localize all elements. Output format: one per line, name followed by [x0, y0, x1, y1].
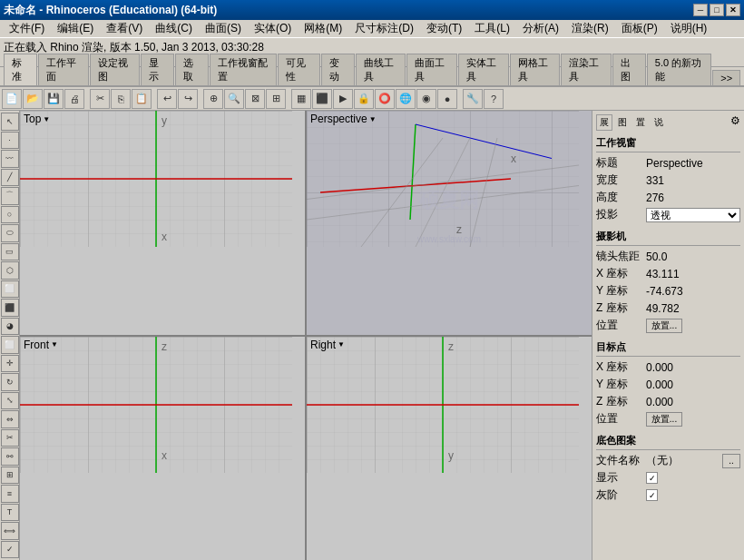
lt-polygon[interactable]: ⬡ — [1, 261, 19, 280]
lt-rect[interactable]: ▭ — [1, 243, 19, 261]
tab-solidtools[interactable]: 实体工具 — [458, 54, 509, 85]
menu-tools[interactable]: 工具(L) — [469, 19, 515, 38]
menu-solid[interactable]: 实体(O) — [249, 19, 297, 38]
lt-mirror[interactable]: ⇔ — [1, 410, 19, 428]
tool-print[interactable]: 🖨 — [64, 89, 84, 109]
menu-help[interactable]: 说明(H) — [665, 19, 713, 38]
lt-check[interactable]: ✓ — [1, 541, 19, 559]
tool-copy[interactable]: ⎘ — [111, 89, 131, 109]
tool-b1[interactable]: ⊕ — [203, 89, 223, 109]
menu-surface[interactable]: 曲面(S) — [200, 19, 247, 38]
tab-transform[interactable]: 变动 — [321, 54, 355, 85]
tab-print[interactable]: 出图 — [612, 54, 646, 85]
lt-point[interactable]: · — [1, 132, 19, 150]
tab-viewconfig[interactable]: 工作视窗配置 — [210, 54, 278, 85]
panel-tab-settings[interactable]: 置 — [632, 114, 649, 131]
lt-ellipse[interactable]: ⬭ — [1, 224, 19, 242]
menu-dim[interactable]: 尺寸标注(D) — [349, 19, 419, 38]
menu-file[interactable]: 文件(F) — [4, 19, 50, 38]
lt-join[interactable]: ⚯ — [1, 447, 19, 466]
target-row-pos: 位置 放置... — [596, 411, 740, 427]
tool-redo[interactable]: ↪ — [178, 89, 198, 109]
close-button[interactable]: ✕ — [726, 4, 740, 16]
menu-curve[interactable]: 曲线(C) — [150, 19, 198, 38]
tool-b5[interactable]: ▦ — [291, 89, 311, 109]
target-place-button[interactable]: 放置... — [646, 412, 682, 427]
tab-visibility[interactable]: 可见性 — [278, 54, 319, 85]
viewport-perspective[interactable]: Perspective ▼ — [307, 111, 592, 335]
panel-tab-info[interactable]: 说 — [651, 114, 667, 131]
tool-undo[interactable]: ↩ — [157, 89, 177, 109]
lt-surface[interactable]: ⬜ — [1, 280, 19, 299]
tab-workplane[interactable]: 工作平面 — [38, 54, 89, 85]
tool-b13[interactable]: 🔧 — [463, 89, 483, 109]
tool-open[interactable]: 📂 — [23, 89, 43, 109]
lt-circle[interactable]: ○ — [1, 206, 19, 224]
panel-tab-expand[interactable]: 展 — [596, 114, 612, 131]
tool-b12[interactable]: ● — [437, 89, 457, 109]
bg-browse-button[interactable]: .. — [722, 454, 740, 468]
tool-b14[interactable]: ? — [484, 89, 504, 109]
camera-place-button[interactable]: 放置... — [646, 319, 682, 333]
lt-sphere[interactable]: ◕ — [1, 318, 19, 336]
tool-new[interactable]: 📄 — [2, 89, 22, 109]
tool-b9[interactable]: ⭕ — [375, 89, 395, 109]
lt-rotate[interactable]: ↻ — [1, 373, 19, 391]
tool-b6[interactable]: ⬛ — [312, 89, 332, 109]
menu-mesh[interactable]: 网格(M) — [299, 19, 348, 38]
tab-setview[interactable]: 设定视图 — [90, 54, 141, 85]
lt-scale[interactable]: ⤡ — [1, 392, 19, 410]
lt-curve[interactable]: 〰 — [1, 150, 19, 168]
menu-edit[interactable]: 编辑(E) — [52, 19, 99, 38]
panel-gear-icon[interactable]: ⚙ — [730, 114, 740, 131]
tab-new50[interactable]: 5.0 的新功能 — [647, 54, 711, 85]
menu-panel[interactable]: 面板(P) — [616, 19, 663, 38]
minimize-button[interactable]: ─ — [693, 4, 708, 16]
lt-trim[interactable]: ✂ — [1, 429, 19, 447]
viewport-right[interactable]: Right ▼ y z — [307, 337, 592, 561]
lt-grid[interactable]: ⊞ — [1, 467, 19, 485]
lt-select[interactable]: ↖ — [1, 113, 19, 131]
lt-box[interactable]: ⬛ — [1, 299, 19, 317]
viewport-top[interactable]: Top ▼ — [20, 111, 305, 335]
tool-cut[interactable]: ✂ — [90, 89, 110, 109]
lt-text[interactable]: T — [1, 504, 19, 522]
lt-line[interactable]: ╱ — [1, 169, 19, 187]
tool-b2[interactable]: 🔍 — [224, 89, 244, 109]
tab-more[interactable]: >> — [712, 70, 740, 85]
lt-arc[interactable]: ⌒ — [1, 187, 19, 205]
menu-transform[interactable]: 变动(T) — [421, 19, 467, 38]
lt-dim[interactable]: ⟺ — [1, 522, 19, 540]
tab-select[interactable]: 选取 — [175, 54, 209, 85]
lt-layer[interactable]: ≡ — [1, 485, 19, 503]
viewport-front[interactable]: Front ▼ x z — [20, 337, 305, 561]
bg-display-checkbox[interactable]: ✓ — [646, 472, 658, 484]
panel-tab-diagram[interactable]: 图 — [614, 114, 631, 131]
tab-standard[interactable]: 标准 — [4, 54, 37, 85]
tool-save[interactable]: 💾 — [44, 89, 64, 109]
menu-analysis[interactable]: 分析(A) — [517, 19, 564, 38]
target-value-y: 0.000 — [646, 378, 740, 391]
tool-b8[interactable]: 🔒 — [354, 89, 374, 109]
tool-paste[interactable]: 📋 — [132, 89, 152, 109]
lt-move[interactable]: ✛ — [1, 355, 19, 373]
workview-proj-select[interactable]: 透视 平行 — [646, 208, 740, 222]
lt-cyl[interactable]: ⬜ — [1, 336, 19, 354]
tab-curvetools[interactable]: 曲线工具 — [356, 54, 406, 85]
menu-render[interactable]: 渲染(R) — [566, 19, 614, 38]
tab-meshtools[interactable]: 网格工具 — [510, 54, 561, 85]
tab-display[interactable]: 显示 — [141, 54, 174, 85]
tab-rendertools[interactable]: 渲染工具 — [561, 54, 612, 85]
maximize-button[interactable]: □ — [710, 4, 724, 16]
tool-b3[interactable]: ⊠ — [245, 89, 265, 109]
tab-surfacetools[interactable]: 曲面工具 — [406, 54, 457, 85]
camera-title: 摄影机 — [596, 228, 740, 246]
workview-value-height: 276 — [646, 192, 740, 204]
tool-b11[interactable]: ◉ — [416, 89, 436, 109]
tool-b10[interactable]: 🌐 — [396, 89, 416, 109]
tool-b7[interactable]: ▶ — [333, 89, 353, 109]
tool-b4[interactable]: ⊞ — [266, 89, 286, 109]
bg-gray-checkbox[interactable]: ✓ — [646, 489, 658, 501]
menu-view[interactable]: 查看(V) — [101, 19, 148, 38]
svg-text:x: x — [162, 449, 167, 462]
